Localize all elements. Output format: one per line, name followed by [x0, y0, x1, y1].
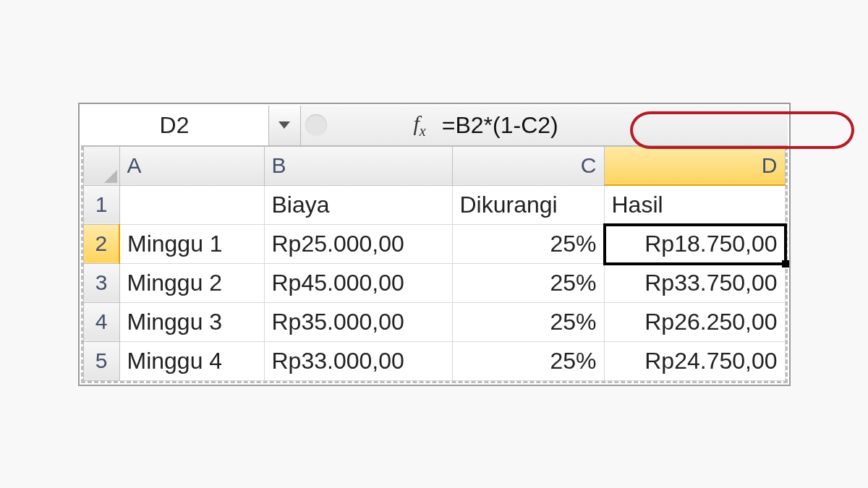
cell-A1[interactable]: [119, 185, 264, 224]
fx-icon[interactable]: fx: [414, 111, 426, 140]
cell-D3[interactable]: Rp33.750,00: [604, 263, 785, 302]
col-head-C[interactable]: C: [452, 146, 604, 185]
formula-bar: D2 fx =B2*(1-C2): [81, 106, 788, 146]
cell-B5[interactable]: Rp33.000,00: [264, 341, 452, 380]
cell-D1[interactable]: Hasil: [604, 185, 785, 224]
cell-C5[interactable]: 25%: [452, 341, 604, 380]
cell-D4[interactable]: Rp26.250,00: [604, 302, 785, 341]
formula-input[interactable]: =B2*(1-C2): [430, 111, 580, 140]
row-head-5[interactable]: 5: [83, 341, 119, 380]
select-all-corner[interactable]: [83, 146, 119, 185]
cell-B4[interactable]: Rp35.000,00: [264, 302, 452, 341]
name-box-dropdown[interactable]: [269, 106, 301, 145]
col-head-A[interactable]: A: [119, 146, 264, 185]
cell-A5[interactable]: Minggu 4: [119, 341, 264, 380]
cell-C3[interactable]: 25%: [452, 263, 604, 302]
cell-C1[interactable]: Dikurangi: [452, 185, 604, 224]
col-head-D[interactable]: D: [604, 146, 785, 185]
cancel-icon: [305, 114, 327, 136]
svg-marker-0: [278, 121, 290, 129]
cell-C2[interactable]: 25%: [452, 224, 604, 263]
cell-A2[interactable]: Minggu 1: [119, 224, 264, 263]
row-head-4[interactable]: 4: [83, 302, 119, 341]
cell-B1[interactable]: Biaya: [264, 185, 452, 224]
row-head-3[interactable]: 3: [83, 263, 119, 302]
row-head-1[interactable]: 1: [83, 185, 119, 224]
svg-marker-1: [104, 170, 117, 183]
name-box[interactable]: D2: [81, 106, 269, 145]
spreadsheet-grid[interactable]: A B C D 1 Biaya Dikurangi Hasil 2 Minggu…: [83, 146, 786, 381]
cell-D5[interactable]: Rp24.750,00: [604, 341, 785, 380]
annotation-circle: [630, 111, 854, 149]
cell-B3[interactable]: Rp45.000,00: [264, 263, 452, 302]
cell-B2[interactable]: Rp25.000,00: [264, 224, 452, 263]
cell-D2[interactable]: Rp18.750,00: [604, 224, 785, 263]
col-head-B[interactable]: B: [264, 146, 452, 185]
cell-A4[interactable]: Minggu 3: [119, 302, 264, 341]
cell-C4[interactable]: 25%: [452, 302, 604, 341]
cell-A3[interactable]: Minggu 2: [119, 263, 264, 302]
row-head-2[interactable]: 2: [83, 224, 119, 263]
